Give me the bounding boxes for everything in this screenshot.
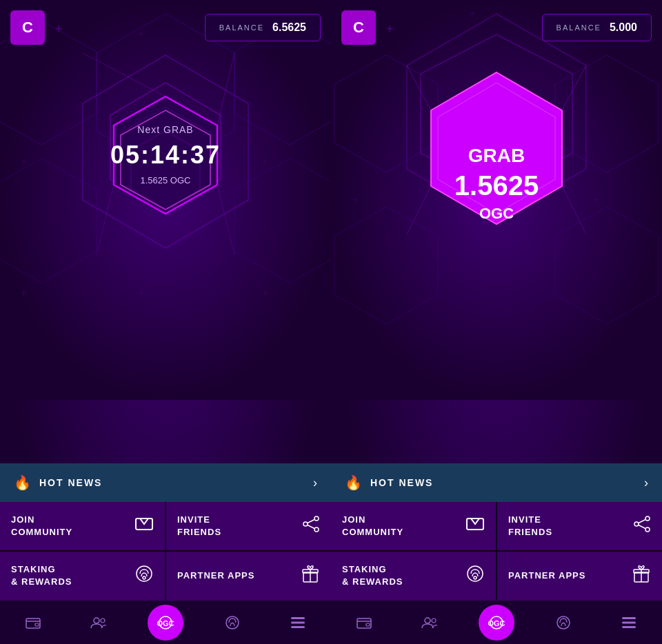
- nav-rewards-left[interactable]: [215, 605, 250, 640]
- join-community-label-right: JOINCOMMUNITY: [342, 514, 403, 539]
- chevron-right-right: ›: [644, 476, 648, 490]
- hot-news-left-section: 🔥 HOT NEWS: [14, 474, 102, 491]
- nav-ogc-right[interactable]: OGC: [479, 605, 514, 641]
- community-icon-right: [465, 516, 485, 536]
- join-community-label-left: JOINCOMMUNITY: [11, 514, 72, 539]
- balance-box-right: BALANCE 5.000: [542, 14, 652, 41]
- hot-news-right-section: 🔥 HOT NEWS: [345, 474, 433, 491]
- svg-rect-36: [35, 623, 39, 626]
- svg-point-31: [143, 576, 146, 579]
- svg-text:+: +: [21, 287, 27, 299]
- svg-point-26: [303, 522, 308, 526]
- header-right: C + BALANCE 5.000: [331, 0, 662, 55]
- gift-icon-left: [301, 564, 320, 587]
- header-left: C + BALANCE 6.5625: [0, 0, 331, 55]
- left-panel: + + + + + + + + C + BALANCE 6.5625 Next …: [0, 0, 331, 644]
- svg-text:OGC: OGC: [157, 619, 174, 627]
- svg-point-77: [432, 618, 436, 623]
- nav-rewards-right[interactable]: [546, 605, 581, 640]
- staking-rewards-label-right: STAKING& REWARDS: [342, 563, 403, 588]
- grab-amount-right: 1.5625: [428, 170, 565, 201]
- rewards-icon-left: [134, 564, 154, 587]
- svg-rect-42: [291, 617, 305, 619]
- partner-apps-btn-left[interactable]: PARTNER APPS: [166, 552, 331, 600]
- svg-point-38: [101, 618, 105, 623]
- svg-text:+: +: [352, 194, 358, 205]
- nav-menu-left[interactable]: [281, 605, 315, 640]
- bottom-nav-left: OGC: [0, 600, 331, 644]
- svg-point-65: [634, 522, 639, 526]
- svg-line-68: [639, 525, 645, 529]
- svg-text:+: +: [593, 194, 599, 205]
- partner-apps-btn-right[interactable]: PARTNER APPS: [497, 552, 662, 600]
- plus-icon-left: +: [55, 22, 63, 37]
- hot-news-bar-left[interactable]: 🔥 HOT NEWS ›: [0, 463, 331, 502]
- grid-buttons-right: JOINCOMMUNITY INVITEFRIENDS: [331, 502, 662, 600]
- share-icon-right: [633, 515, 651, 537]
- svg-point-76: [425, 618, 430, 623]
- logo-badge-left: C: [10, 10, 45, 45]
- balance-label-left: BALANCE: [219, 23, 264, 32]
- community-icon-left: [134, 516, 154, 536]
- grab-label-right: GRAB: [428, 145, 565, 167]
- hot-news-bar-right[interactable]: 🔥 HOT NEWS ›: [331, 463, 662, 502]
- nav-users-right[interactable]: [412, 605, 447, 640]
- timer-display: 05:14:37: [97, 141, 234, 170]
- svg-rect-44: [291, 626, 305, 628]
- invite-friends-label-right: INVITEFRIENDS: [508, 514, 552, 539]
- svg-rect-75: [366, 623, 370, 626]
- gift-icon-right: [632, 564, 651, 587]
- balance-value-right: 5.000: [610, 21, 637, 34]
- fire-icon-left: 🔥: [14, 474, 31, 491]
- nav-ogc-left[interactable]: OGC: [148, 605, 183, 641]
- grid-buttons-left: JOINCOMMUNITY INVITEFRIENDS: [0, 502, 331, 600]
- staking-rewards-btn-left[interactable]: STAKING& REWARDS: [0, 552, 165, 600]
- svg-point-64: [645, 516, 650, 521]
- nav-menu-right[interactable]: [612, 605, 646, 640]
- fire-icon-right: 🔥: [345, 474, 362, 491]
- nav-users-left[interactable]: [81, 605, 116, 640]
- grab-ogc-right: OGC: [428, 205, 565, 223]
- svg-point-27: [314, 527, 319, 532]
- timer-container: Next GRAB 05:14:37 1.5625 OGC: [97, 124, 234, 185]
- rewards-icon-right: [465, 564, 485, 587]
- svg-point-37: [94, 618, 99, 623]
- svg-line-29: [308, 525, 314, 529]
- plus-icon-right: +: [386, 22, 394, 37]
- logo-badge-right: C: [341, 10, 376, 45]
- svg-text:+: +: [21, 156, 27, 168]
- partner-apps-label-right: PARTNER APPS: [508, 570, 585, 582]
- next-grab-label: Next GRAB: [97, 124, 234, 135]
- balance-box-left: BALANCE 6.5625: [205, 14, 321, 41]
- staking-rewards-btn-right[interactable]: STAKING& REWARDS: [331, 552, 496, 600]
- share-icon-left: [302, 515, 320, 537]
- svg-rect-43: [291, 621, 305, 623]
- staking-rewards-label-left: STAKING& REWARDS: [11, 563, 72, 588]
- nav-wallet-right[interactable]: [347, 605, 381, 640]
- svg-point-70: [474, 576, 477, 579]
- nav-wallet-left[interactable]: [16, 605, 50, 640]
- join-community-btn-left[interactable]: JOINCOMMUNITY: [0, 502, 165, 550]
- hot-news-text-right: HOT NEWS: [370, 477, 433, 488]
- svg-text:OGC: OGC: [488, 619, 505, 627]
- bottom-nav-right: OGC: [331, 600, 662, 644]
- svg-text:+: +: [138, 287, 144, 299]
- right-panel: + + + + + C + BALANCE 5.000 GRAB 1.5625 …: [331, 0, 662, 644]
- svg-point-66: [645, 527, 650, 532]
- grab-container[interactable]: GRAB 1.5625 OGC: [428, 145, 565, 223]
- invite-friends-label-left: INVITEFRIENDS: [177, 514, 221, 539]
- svg-rect-83: [622, 626, 636, 628]
- chevron-right-left: ›: [313, 476, 317, 490]
- join-community-btn-right[interactable]: JOINCOMMUNITY: [331, 502, 496, 550]
- svg-line-67: [639, 520, 645, 523]
- svg-point-25: [314, 516, 319, 521]
- svg-line-28: [308, 520, 314, 523]
- balance-value-left: 6.5625: [272, 21, 306, 34]
- hot-news-text-left: HOT NEWS: [39, 477, 102, 488]
- ogc-amount-left: 1.5625 OGC: [97, 175, 234, 185]
- svg-rect-81: [622, 617, 636, 619]
- partner-apps-label-left: PARTNER APPS: [177, 570, 254, 582]
- balance-label-right: BALANCE: [556, 23, 601, 32]
- invite-friends-btn-right[interactable]: INVITEFRIENDS: [497, 502, 662, 550]
- invite-friends-btn-left[interactable]: INVITEFRIENDS: [166, 502, 331, 550]
